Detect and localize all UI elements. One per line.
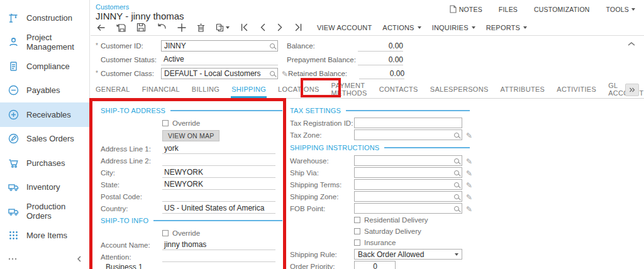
tabs-overflow-button[interactable] xyxy=(625,84,639,96)
address-line-2-input[interactable] xyxy=(162,155,275,166)
customer-id-input[interactable]: JINNY xyxy=(161,40,278,52)
collapse-summary-icon[interactable] xyxy=(628,41,635,47)
edit-pencil-icon[interactable] xyxy=(466,204,472,214)
tab-billing[interactable]: BILLING xyxy=(191,81,220,97)
lookup-icon[interactable] xyxy=(454,194,459,199)
override-address-checkbox[interactable]: Override xyxy=(162,118,200,129)
warehouse-input[interactable] xyxy=(354,155,462,166)
checkbox-icon[interactable] xyxy=(354,228,360,234)
insurance-checkbox[interactable]: Insurance xyxy=(354,237,396,248)
sidebar-item-label: Purchases xyxy=(26,158,65,168)
residential-delivery-checkbox[interactable]: Residential Delivery xyxy=(354,214,428,226)
fob-point-input[interactable] xyxy=(354,203,462,214)
tab-salespersons[interactable]: SALESPERSONS xyxy=(430,81,489,97)
checkbox-icon[interactable] xyxy=(162,230,169,236)
more-options-icon[interactable] xyxy=(8,257,18,261)
lookup-icon[interactable] xyxy=(270,71,275,76)
edit-pencil-icon[interactable] xyxy=(466,130,472,140)
lookup-icon[interactable] xyxy=(454,133,459,138)
collapse-sidebar-icon[interactable] xyxy=(76,255,82,263)
tax-registration-id-input[interactable] xyxy=(354,118,462,128)
tools-button[interactable]: TOOLS xyxy=(606,6,635,13)
sidebar-item-label: Project Management xyxy=(26,33,89,52)
account-name-input[interactable]: jinny thomas xyxy=(162,239,275,250)
city-input[interactable]: NEWYORK xyxy=(162,167,275,178)
order-priority-label: Order Priority: xyxy=(286,263,354,269)
sidebar-item-label: Production Orders xyxy=(26,202,89,221)
edit-pencil-icon[interactable] xyxy=(466,180,472,190)
chevron-down-icon xyxy=(226,26,230,29)
shipping-rule-select[interactable]: Back Order Allowed xyxy=(354,249,462,260)
sidebar-item-sales-orders[interactable]: Sales Orders xyxy=(0,127,89,151)
sidebar-item-purchases[interactable]: Purchases xyxy=(0,151,89,175)
last-record-button[interactable] xyxy=(294,23,303,31)
add-button[interactable] xyxy=(177,23,186,32)
shipping-zone-input[interactable] xyxy=(354,191,462,202)
tab-contacts[interactable]: CONTACTS xyxy=(379,81,419,97)
files-button[interactable]: FILES xyxy=(499,6,518,13)
first-record-button[interactable] xyxy=(240,23,248,31)
attention-input[interactable] xyxy=(162,251,275,262)
tab-shipping[interactable]: SHIPPING xyxy=(231,81,267,97)
customization-button[interactable]: CUSTOMIZATION xyxy=(534,6,590,13)
breadcrumb[interactable]: Customers xyxy=(96,3,129,11)
save-button[interactable] xyxy=(136,23,146,32)
tab-locations[interactable]: LOCATIONS xyxy=(277,81,319,97)
lookup-icon[interactable] xyxy=(454,206,459,211)
override-info-checkbox[interactable]: Override xyxy=(162,228,200,239)
checkbox-icon[interactable] xyxy=(354,217,360,223)
lookup-icon[interactable] xyxy=(454,182,459,187)
summary-form: * Customer ID: JINNY Balance: 0.00 Custo… xyxy=(96,40,644,81)
view-account-button[interactable]: VIEW ACCOUNT xyxy=(317,24,372,31)
tab-payment-methods[interactable]: PAYMENT METHODS xyxy=(331,77,368,101)
save-close-button[interactable] xyxy=(116,23,126,32)
tax-zone-input[interactable] xyxy=(354,129,462,140)
attention-label: Attention: xyxy=(91,253,162,261)
edit-pencil-icon[interactable] xyxy=(466,168,472,178)
back-button[interactable] xyxy=(96,23,106,32)
delete-button[interactable] xyxy=(197,23,205,32)
sidebar-item-more-items[interactable]: More Items xyxy=(0,224,89,248)
lookup-icon[interactable] xyxy=(270,43,275,48)
section-rule xyxy=(346,110,470,111)
tab-attributes[interactable]: ATTRIBUTES xyxy=(500,81,546,97)
next-record-button[interactable] xyxy=(277,23,284,31)
saturday-delivery-checkbox[interactable]: Saturday Delivery xyxy=(354,226,421,237)
sidebar-item-inventory[interactable]: Inventory xyxy=(0,175,89,200)
sidebar-footer xyxy=(0,251,90,266)
customer-class-input[interactable]: DEFAULT - Local Customers xyxy=(161,68,278,79)
sidebar-item-payables[interactable]: Payables xyxy=(0,79,89,103)
sidebar-item-production-orders[interactable]: Production Orders xyxy=(0,199,89,224)
edit-pencil-icon[interactable] xyxy=(466,156,472,166)
sidebar-item-receivables[interactable]: Receivables xyxy=(0,102,89,127)
prev-record-button[interactable] xyxy=(259,23,266,31)
undo-button[interactable] xyxy=(157,23,167,32)
tax-zone-label: Tax Zone: xyxy=(286,131,354,139)
tab-general[interactable]: GENERAL xyxy=(95,81,131,97)
copy-paste-button[interactable] xyxy=(216,23,230,32)
address-line-1-input[interactable]: york xyxy=(162,143,275,154)
country-input[interactable]: US - United States of America xyxy=(162,203,275,214)
sidebar-item-construction[interactable]: Construction xyxy=(0,6,89,30)
actions-menu-button[interactable]: ACTIONS xyxy=(382,24,421,31)
tab-activities[interactable]: ACTIVITIES xyxy=(556,81,597,97)
edit-pencil-icon[interactable] xyxy=(466,192,472,202)
state-input[interactable]: NEWYORK xyxy=(162,179,275,190)
inquiries-menu-button[interactable]: INQUIRIES xyxy=(432,24,475,31)
shipping-terms-input[interactable] xyxy=(354,179,462,190)
lookup-icon[interactable] xyxy=(454,170,459,175)
lookup-icon[interactable] xyxy=(454,158,459,163)
ship-via-input[interactable] xyxy=(354,167,462,178)
notes-button[interactable]: NOTES xyxy=(450,5,482,13)
tab-financial[interactable]: FINANCIAL xyxy=(142,81,180,97)
checkbox-icon[interactable] xyxy=(162,120,169,126)
view-on-map-button[interactable]: VIEW ON MAP xyxy=(162,130,219,141)
checkbox-icon[interactable] xyxy=(354,239,360,246)
reports-menu-button[interactable]: REPORTS xyxy=(486,24,527,31)
order-priority-input[interactable]: 0 xyxy=(354,261,396,269)
edit-pencil-icon[interactable] xyxy=(282,69,288,79)
postal-code-input[interactable] xyxy=(162,191,275,202)
sidebar-item-project-management[interactable]: Project Management xyxy=(0,30,89,55)
retained-balance-label: Retained Balance: xyxy=(288,70,359,77)
sidebar-item-compliance[interactable]: Compliance xyxy=(0,54,89,79)
